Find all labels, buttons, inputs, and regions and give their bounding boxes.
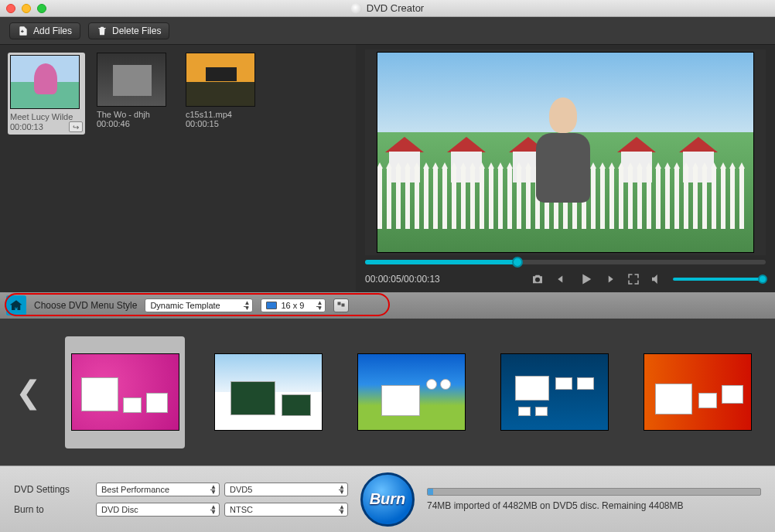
capacity-bar [427,488,761,496]
file-name: The Wo - dhjh [97,110,174,119]
fullscreen-icon[interactable] [626,272,640,286]
file-list: Meet Lucy Wilde 00:00:13↪ The Wo - dhjh … [0,45,356,292]
monitor-icon [266,302,277,309]
disc-type-select[interactable]: DVD5▲▼ [224,483,348,496]
burn-to-label: Burn to [14,504,91,515]
zoom-window-button[interactable] [37,4,46,13]
add-files-button[interactable]: Add Files [9,22,80,39]
template-gallery: ❮ ❯ [0,319,775,466]
file-duration: 00:00:15 [186,119,219,128]
file-thumbnail [186,53,255,107]
volume-icon[interactable] [650,272,664,286]
character-figure [532,97,594,206]
file-duration: 00:00:13 [10,122,43,131]
menu-style-label: Choose DVD Menu Style [34,300,137,311]
file-item[interactable]: Meet Lucy Wilde 00:00:13↪ [8,53,85,135]
file-duration: 00:00:46 [97,119,130,128]
template-item[interactable] [494,336,614,448]
burn-button[interactable]: Burn [360,472,415,527]
bottom-panel: DVD Settings Best Performance▲▼ DVD5▲▼ B… [0,466,775,532]
seek-slider[interactable] [365,260,766,264]
prev-templates-button[interactable]: ❮ [15,374,42,410]
app-title: DVD Creator [367,2,424,14]
minimize-window-button[interactable] [22,4,31,13]
home-button[interactable] [6,295,26,315]
aspect-ratio-select[interactable]: 16 x 9▲▼ [261,298,326,312]
template-item[interactable] [65,336,185,448]
preview-pane: 00:00:05/00:00:13 [356,45,775,292]
template-type-select[interactable]: Dynamic Template▲▼ [145,298,253,312]
add-file-icon [18,26,29,36]
playback-time: 00:00:05/00:00:13 [365,274,440,285]
volume-slider[interactable] [673,278,766,281]
trash-icon [97,26,108,36]
capacity-status: 74MB imported of 4482MB on DVD5 disc. Re… [427,500,761,511]
file-name: c15s11.mp4 [186,110,263,119]
delete-files-button[interactable]: Delete Files [88,22,169,39]
template-item[interactable] [351,336,471,448]
file-name: Meet Lucy Wilde [10,112,83,121]
tv-standard-select[interactable]: NTSC▲▼ [224,503,348,517]
play-icon[interactable] [577,271,594,288]
app-icon [351,3,362,14]
close-window-button[interactable] [6,4,15,13]
toolbar: Add Files Delete Files [0,17,775,45]
file-item[interactable]: The Wo - dhjh 00:00:46 [97,53,174,128]
file-thumbnail [10,55,80,109]
add-files-label: Add Files [33,26,72,36]
dvd-settings-label: DVD Settings [14,484,91,495]
grid-icon [336,301,346,310]
export-icon[interactable]: ↪ [69,121,83,132]
delete-files-label: Delete Files [112,26,161,36]
next-frame-icon[interactable] [603,272,617,286]
video-preview[interactable] [377,52,754,253]
home-plus-icon [9,298,23,312]
file-thumbnail [97,53,166,107]
menu-style-bar: Choose DVD Menu Style Dynamic Template▲▼… [0,292,775,319]
prev-frame-icon[interactable] [554,272,568,286]
expand-templates-button[interactable] [333,298,349,312]
titlebar: DVD Creator [0,0,775,17]
snapshot-icon[interactable] [531,272,545,286]
performance-select[interactable]: Best Performance▲▼ [96,483,220,496]
template-item[interactable] [637,336,757,448]
burn-target-select[interactable]: DVD Disc▲▼ [96,503,220,517]
template-item[interactable] [208,336,328,448]
file-item[interactable]: c15s11.mp4 00:00:15 [186,53,263,128]
